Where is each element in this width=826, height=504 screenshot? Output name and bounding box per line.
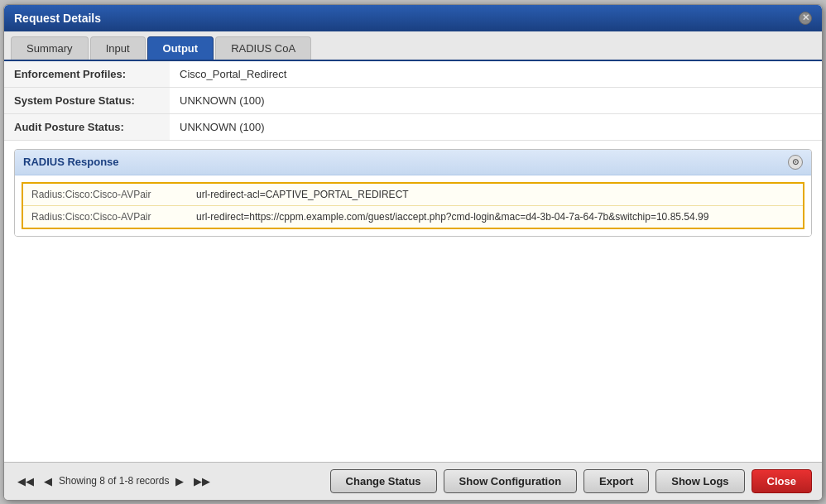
field-label-posture: System Posture Status: xyxy=(4,87,170,113)
last-page-button[interactable]: ▶▶ xyxy=(190,473,214,489)
radius-header-title: RADIUS Response xyxy=(23,156,119,168)
prev-page-button[interactable]: ◀ xyxy=(41,473,55,489)
pagination-controls: ◀◀ ◀ Showing 8 of 1-8 records ▶ ▶▶ xyxy=(14,473,214,489)
field-label-audit: Audit Posture Status: xyxy=(4,113,170,140)
radius-body: Radius:Cisco:Cisco-AVPair url-redirect-a… xyxy=(15,175,811,236)
field-value-enforcement: Cisco_Portal_Redirect xyxy=(170,61,822,88)
radius-value-1: url-redirect-acl=CAPTIVE_PORTAL_REDIRECT xyxy=(188,183,804,206)
footer: ◀◀ ◀ Showing 8 of 1-8 records ▶ ▶▶ Chang… xyxy=(4,462,822,500)
info-table: Enforcement Profiles: Cisco_Portal_Redir… xyxy=(4,61,822,141)
tab-summary[interactable]: Summary xyxy=(11,36,89,60)
content-area: Enforcement Profiles: Cisco_Portal_Redir… xyxy=(4,61,822,462)
table-row: Audit Posture Status: UNKNOWN (100) xyxy=(4,113,822,140)
tab-output[interactable]: Output xyxy=(147,36,214,60)
radius-key-2: Radius:Cisco:Cisco-AVPair xyxy=(22,205,188,228)
action-buttons: Change Status Show Configuration Export … xyxy=(330,469,812,493)
radius-data-table: Radius:Cisco:Cisco-AVPair url-redirect-a… xyxy=(22,182,804,229)
field-value-audit: UNKNOWN (100) xyxy=(170,113,822,140)
paging-text: Showing 8 of 1-8 records xyxy=(59,475,169,487)
table-row: Enforcement Profiles: Cisco_Portal_Redir… xyxy=(4,61,822,88)
radius-header: RADIUS Response ⊙ xyxy=(15,150,811,175)
tab-radius-coa[interactable]: RADIUS CoA xyxy=(215,36,311,60)
title-bar-close-button[interactable]: ✕ xyxy=(799,12,812,25)
close-button[interactable]: Close xyxy=(752,469,812,493)
radius-key-1: Radius:Cisco:Cisco-AVPair xyxy=(22,183,188,206)
show-configuration-button[interactable]: Show Configuration xyxy=(444,469,577,493)
request-details-dialog: Request Details ✕ Summary Input Output R… xyxy=(3,4,823,501)
tab-input[interactable]: Input xyxy=(90,36,146,60)
export-button[interactable]: Export xyxy=(583,469,649,493)
radius-row-1: Radius:Cisco:Cisco-AVPair url-redirect-a… xyxy=(22,183,804,206)
first-page-button[interactable]: ◀◀ xyxy=(14,473,37,489)
table-row: System Posture Status: UNKNOWN (100) xyxy=(4,87,822,113)
radius-value-2: url-redirect=https://cppm.example.com/gu… xyxy=(188,205,804,228)
title-bar: Request Details ✕ xyxy=(4,5,822,31)
radius-row-2: Radius:Cisco:Cisco-AVPair url-redirect=h… xyxy=(22,205,804,228)
change-status-button[interactable]: Change Status xyxy=(330,469,437,493)
close-x-icon: ✕ xyxy=(802,12,809,23)
tabs-bar: Summary Input Output RADIUS CoA xyxy=(4,31,822,61)
collapse-icon: ⊙ xyxy=(792,157,799,166)
radius-response-section: RADIUS Response ⊙ Radius:Cisco:Cisco-AVP… xyxy=(14,149,812,237)
field-label-enforcement: Enforcement Profiles: xyxy=(4,61,170,88)
next-page-button[interactable]: ▶ xyxy=(172,473,187,489)
show-logs-button[interactable]: Show Logs xyxy=(656,469,744,493)
field-value-posture: UNKNOWN (100) xyxy=(170,87,822,113)
radius-collapse-button[interactable]: ⊙ xyxy=(788,155,803,170)
dialog-title: Request Details xyxy=(14,12,101,25)
